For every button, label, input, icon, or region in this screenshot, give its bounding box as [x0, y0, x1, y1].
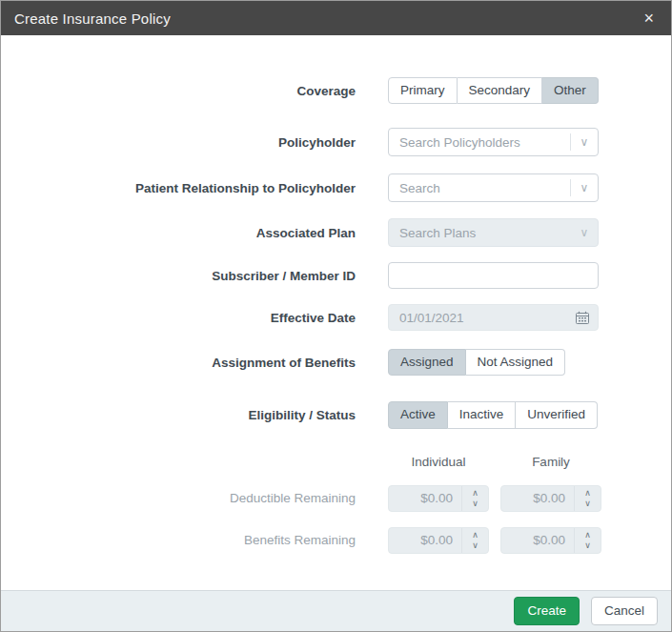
eligibility-option-unverified[interactable]: Unverified: [516, 401, 598, 428]
coverage-segmented-control: Primary Secondary Other: [388, 77, 599, 104]
spinner-buttons: ∧ ∨: [461, 528, 488, 553]
deductible-individual-input: $0.00 ∧ ∨: [388, 485, 489, 512]
assignment-segmented-control: Assigned Not Assigned: [388, 349, 565, 376]
effective-date-input: 01/01/2021: [388, 304, 599, 331]
coverage-option-primary[interactable]: Primary: [388, 77, 458, 104]
cancel-button[interactable]: Cancel: [591, 597, 658, 625]
spinner-up-icon[interactable]: ∧: [579, 488, 597, 499]
coverage-option-secondary[interactable]: Secondary: [458, 77, 543, 104]
close-icon[interactable]: ×: [640, 8, 658, 29]
associated-plan-row: Associated Plan Search Plans ∨: [1, 218, 633, 247]
policyholder-placeholder: Search Policyholders: [399, 135, 570, 150]
benefits-individual-input: $0.00 ∧ ∨: [388, 527, 489, 554]
calendar-icon: [576, 311, 589, 324]
associated-plan-placeholder: Search Plans: [399, 226, 570, 240]
benefits-individual-value: $0.00: [389, 533, 461, 547]
associated-plan-label: Associated Plan: [1, 226, 356, 240]
effective-date-label: Effective Date: [1, 311, 356, 325]
assignment-option-not-assigned[interactable]: Not Assigned: [466, 349, 566, 376]
spinner-down-icon[interactable]: ∨: [466, 499, 484, 509]
spinner-down-icon[interactable]: ∨: [466, 540, 484, 551]
coverage-label: Coverage: [1, 84, 356, 98]
subscriber-id-row: Subscriber / Member ID: [1, 262, 633, 289]
eligibility-status-label: Eligibility / Status: [1, 408, 356, 422]
benefits-remaining-label: Benefits Remaining: [1, 533, 356, 547]
modal-body: Coverage Primary Secondary Other Policyh…: [1, 35, 671, 590]
spinner-buttons: ∧ ∨: [574, 486, 601, 511]
subscriber-id-input[interactable]: [388, 262, 599, 289]
assignment-of-benefits-row: Assignment of Benefits Assigned Not Assi…: [1, 349, 633, 376]
eligibility-option-inactive[interactable]: Inactive: [448, 401, 517, 428]
modal-header: Create Insurance Policy ×: [1, 1, 671, 35]
benefits-remaining-row: Benefits Remaining $0.00 ∧ ∨ $0.00 ∧ ∨: [1, 527, 633, 554]
subscriber-id-label: Subscriber / Member ID: [1, 269, 356, 283]
spinner-down-icon[interactable]: ∨: [579, 540, 597, 551]
deductible-family-value: $0.00: [501, 491, 574, 505]
patient-relationship-select[interactable]: Search ∨: [388, 173, 599, 202]
coverage-option-other[interactable]: Other: [542, 77, 599, 104]
deductible-family-input: $0.00 ∧ ∨: [500, 485, 601, 512]
spinner-buttons: ∧ ∨: [574, 528, 601, 553]
eligibility-segmented-control: Active Inactive Unverified: [388, 401, 598, 428]
individual-column-header: Individual: [388, 455, 489, 469]
policyholder-label: Policyholder: [1, 135, 356, 150]
deductible-remaining-row: Deductible Remaining $0.00 ∧ ∨ $0.00 ∧ ∨: [1, 485, 633, 512]
assignment-of-benefits-label: Assignment of Benefits: [1, 356, 356, 370]
modal-footer: Create Cancel: [1, 590, 671, 631]
deductible-individual-value: $0.00: [389, 491, 461, 505]
create-button[interactable]: Create: [514, 597, 580, 625]
spinner-up-icon[interactable]: ∧: [579, 530, 597, 540]
patient-relationship-label: Patient Relationship to Policyholder: [1, 181, 356, 195]
eligibility-status-row: Eligibility / Status Active Inactive Unv…: [1, 401, 633, 428]
chevron-down-icon: ∨: [571, 226, 598, 239]
coverage-row: Coverage Primary Secondary Other: [1, 77, 633, 104]
deductible-remaining-label: Deductible Remaining: [1, 491, 356, 505]
effective-date-row: Effective Date 01/01/2021: [1, 304, 633, 331]
spinner-up-icon[interactable]: ∧: [466, 488, 484, 499]
policyholder-select[interactable]: Search Policyholders ∨: [388, 128, 599, 156]
modal-title: Create Insurance Policy: [14, 10, 171, 27]
spinner-down-icon[interactable]: ∨: [579, 499, 597, 509]
chevron-down-icon: ∨: [571, 135, 598, 149]
assignment-option-assigned[interactable]: Assigned: [388, 349, 466, 376]
patient-relationship-row: Patient Relationship to Policyholder Sea…: [1, 173, 633, 202]
benefits-family-input: $0.00 ∧ ∨: [500, 527, 601, 554]
family-column-header: Family: [500, 455, 601, 469]
patient-relationship-placeholder: Search: [399, 181, 570, 195]
effective-date-value: 01/01/2021: [399, 311, 576, 325]
eligibility-option-active[interactable]: Active: [388, 401, 448, 428]
spinner-buttons: ∧ ∨: [461, 486, 488, 511]
benefits-family-value: $0.00: [501, 533, 574, 547]
chevron-down-icon: ∨: [571, 181, 598, 194]
policyholder-row: Policyholder Search Policyholders ∨: [1, 128, 633, 156]
amount-column-headers: Individual Family: [388, 455, 633, 469]
create-insurance-policy-modal: Create Insurance Policy × Coverage Prima…: [0, 0, 672, 632]
spinner-up-icon[interactable]: ∧: [466, 530, 484, 540]
associated-plan-select: Search Plans ∨: [388, 218, 599, 247]
